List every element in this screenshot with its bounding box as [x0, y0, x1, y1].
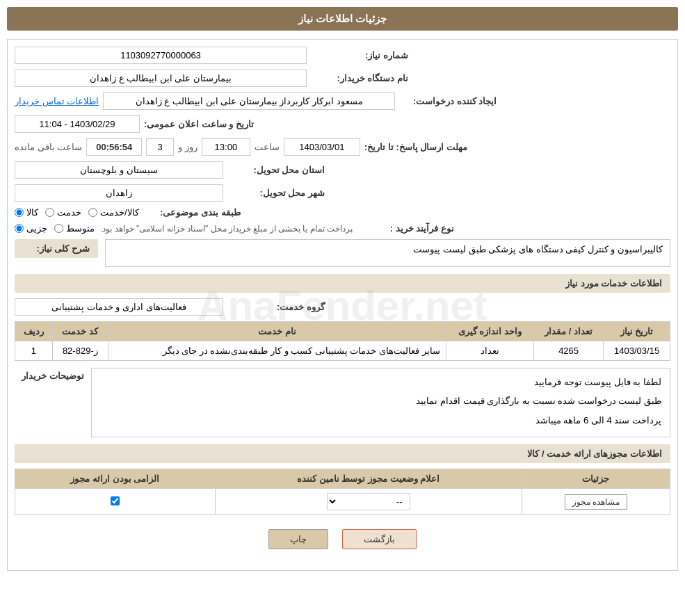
- process-jazee-label: جزیی: [26, 223, 47, 234]
- need-number-label: شماره نیاز:: [311, 50, 408, 60]
- process-motawaset-label: متوسط: [66, 223, 95, 234]
- service-group-value: فعالیت‌های اداری و خدمات پشتیبانی: [15, 298, 223, 316]
- announce-date-row: تاریخ و ساعت اعلان عمومی: 1403/02/29 - 1…: [15, 115, 670, 133]
- process-motawaset-item: متوسط: [54, 223, 95, 234]
- buyer-note-line: طبق لیست درخواست شده نسبت به بارگذاری قی…: [100, 393, 661, 409]
- services-section-title: اطلاعات خدمات مورد نیاز: [15, 274, 670, 293]
- page-wrapper: جزئیات اطلاعات نیاز AnaFender.net شماره …: [0, 0, 685, 616]
- buyer-notes-content: لطفا به فایل پیوست توجه فرماییدطبق لیست …: [91, 368, 670, 437]
- license-details-cell: مشاهده مجوز: [522, 489, 670, 515]
- license-col-details: جزئیات: [522, 469, 670, 489]
- license-col-required: الزامی بودن ارائه مجوز: [15, 469, 216, 489]
- cell-service-code: ز-829-82: [52, 341, 108, 361]
- city-row: شهر محل تحویل: زاهدان: [15, 184, 670, 202]
- city-label: شهر محل تحویل:: [227, 188, 325, 198]
- category-khadamat-label: خدمت: [57, 207, 81, 218]
- category-row: طبقه بندی موضوعی: کالا/خدمت خدمت کالا: [15, 207, 670, 218]
- process-label: نوع فرآیند خرید :: [357, 223, 454, 234]
- need-number-row: شماره نیاز: 1103092770000063: [15, 47, 670, 64]
- action-buttons: بازگشت چاپ: [15, 529, 670, 549]
- buyer-note-line: پرداخت سند 4 الی 6 ماهه میباشد: [100, 412, 661, 428]
- main-form-section: AnaFender.net شماره نیاز: 11030927700000…: [7, 39, 678, 571]
- col-quantity: تعداد / مقدار: [533, 322, 603, 341]
- view-license-button[interactable]: مشاهده مجوز: [565, 494, 627, 510]
- deadline-time-label: ساعت: [255, 142, 280, 152]
- license-status-cell: -- دارم ندارم: [215, 489, 522, 515]
- buyer-note-line: لطفا به فایل پیوست توجه فرمایید: [100, 374, 661, 390]
- table-row: 1403/03/15 4265 تعداد سایر فعالیت‌های خد…: [15, 341, 670, 361]
- announce-date-value: 1403/02/29 - 11:04: [15, 115, 140, 133]
- category-khadamat-item: خدمت: [45, 207, 81, 218]
- cell-service-name: سایر فعالیت‌های خدمات پشتیبانی کسب و کار…: [108, 341, 446, 361]
- process-jazee-item: جزیی: [15, 223, 47, 234]
- description-section-label: شرح کلی نیاز:: [15, 239, 98, 258]
- process-desc: پرداخت تمام یا بخشی از مبلغ خریداز محل "…: [100, 224, 353, 234]
- license-col-status: اعلام وضعیت مجوز توسط نامین کننده: [215, 469, 522, 489]
- print-button[interactable]: چاپ: [268, 529, 328, 549]
- buyer-org-row: نام دستگاه خریدار: بیمارستان علی ابن ابی…: [15, 70, 670, 87]
- buyer-org-value: بیمارستان علی ابن ابیطالب ع زاهدان: [15, 70, 307, 87]
- col-service-name: نام خدمت: [108, 322, 446, 341]
- col-row-num: ردیف: [15, 322, 53, 341]
- category-kala-radio[interactable]: [15, 208, 24, 217]
- process-radio-group: متوسط جزیی: [15, 223, 95, 234]
- deadline-days-label: روز و: [178, 142, 198, 152]
- cell-row-num: 1: [15, 341, 53, 361]
- city-value: زاهدان: [15, 184, 223, 202]
- category-kala-item: کالا: [15, 207, 38, 218]
- license-section-title: اطلاعات مجوزهای ارائه خدمت / کالا: [15, 444, 670, 463]
- page-title: جزئیات اطلاعات نیاز: [7, 7, 678, 31]
- creator-row: ایجاد کننده درخواست: مسعود ابرکار کاربرد…: [15, 92, 670, 110]
- process-row: نوع فرآیند خرید : پرداخت تمام یا بخشی از…: [15, 223, 670, 234]
- category-kala-khadamat-item: کالا/خدمت: [88, 207, 139, 218]
- countdown-label: ساعت باقی مانده: [15, 142, 82, 152]
- buyer-notes-row: لطفا به فایل پیوست توجه فرماییدطبق لیست …: [15, 368, 670, 437]
- cell-quantity: 4265: [533, 341, 603, 361]
- announce-date-label: تاریخ و ساعت اعلان عمومی:: [144, 119, 254, 129]
- category-radio-group: کالا/خدمت خدمت کالا: [15, 207, 139, 218]
- creator-link[interactable]: اطلاعات تماس خریدار: [15, 96, 99, 106]
- need-number-value: 1103092770000063: [15, 47, 307, 64]
- description-value: کالیبراسیون و کنترل کیفی دستگاه های پزشک…: [105, 239, 670, 267]
- process-motawaset-radio[interactable]: [54, 224, 63, 233]
- province-value: سیستان و بلوچستان: [15, 161, 223, 179]
- category-kala-khadamat-label: کالا/خدمت: [100, 207, 139, 218]
- description-row: کالیبراسیون و کنترل کیفی دستگاه های پزشک…: [15, 239, 670, 267]
- buyer-org-label: نام دستگاه خریدار:: [311, 73, 408, 83]
- category-khadamat-radio[interactable]: [45, 208, 54, 217]
- service-group-row: گروه خدمت: فعالیت‌های اداری و خدمات پشتی…: [15, 298, 670, 316]
- province-row: استان محل تحویل: سیستان و بلوچستان: [15, 161, 670, 179]
- cell-unit: تعداد: [446, 341, 533, 361]
- category-kala-label: کالا: [26, 207, 38, 218]
- cell-date: 1403/03/15: [604, 341, 670, 361]
- col-unit: واحد اندازه گیری: [446, 322, 533, 341]
- license-status-dropdown[interactable]: -- دارم ندارم: [327, 493, 410, 510]
- buyer-notes-label: توضیحات خریدار: [15, 368, 84, 381]
- col-service-code: کد خدمت: [52, 322, 108, 341]
- license-required-cell: [15, 489, 216, 515]
- deadline-date: 1403/03/01: [284, 138, 360, 156]
- back-button[interactable]: بازگشت: [342, 529, 417, 549]
- countdown-value: 00:56:54: [86, 138, 142, 156]
- category-label: طبقه بندی موضوعی:: [143, 207, 241, 218]
- process-jazee-radio[interactable]: [15, 224, 24, 233]
- deadline-row: مهلت ارسال پاسخ: تا تاریخ: 1403/03/01 سا…: [15, 138, 670, 156]
- category-kala-khadamat-radio[interactable]: [88, 208, 97, 217]
- license-row: مشاهده مجوز -- دارم ندارم: [15, 489, 670, 515]
- deadline-days: 3: [146, 138, 174, 156]
- services-table: تاریخ نیاز تعداد / مقدار واحد اندازه گیر…: [15, 321, 670, 361]
- license-required-checkbox[interactable]: [111, 496, 120, 505]
- creator-label: ایجاد کننده درخواست:: [399, 96, 497, 106]
- creator-value: مسعود ابرکار کاربرداز بیمارستان علی ابن …: [103, 92, 395, 110]
- deadline-time: 13:00: [202, 138, 250, 156]
- license-table: جزئیات اعلام وضعیت مجوز توسط نامین کننده…: [15, 469, 670, 515]
- province-label: استان محل تحویل:: [227, 165, 325, 175]
- deadline-label: مهلت ارسال پاسخ: تا تاریخ:: [364, 142, 467, 152]
- col-date: تاریخ نیاز: [604, 322, 670, 341]
- service-group-label: گروه خدمت:: [227, 302, 325, 312]
